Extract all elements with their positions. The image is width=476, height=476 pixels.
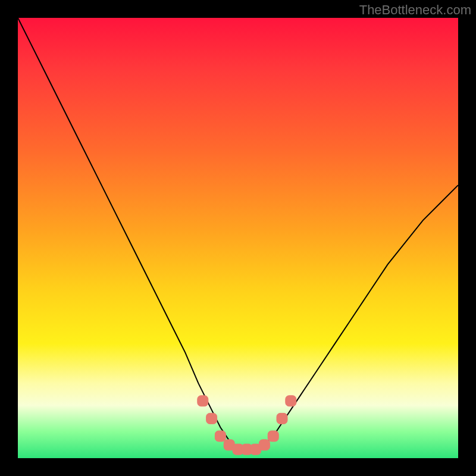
- valley-marker: [215, 431, 226, 441]
- curve-layer: [18, 18, 458, 458]
- valley-markers: [198, 396, 296, 455]
- valley-marker: [268, 431, 278, 441]
- watermark-text: TheBottleneck.com: [359, 2, 471, 18]
- valley-marker: [286, 396, 296, 406]
- plot-area: [18, 18, 458, 458]
- valley-marker: [277, 413, 287, 424]
- chart-frame: TheBottleneck.com: [0, 0, 476, 476]
- bottleneck-curve: [18, 18, 458, 449]
- valley-marker: [206, 413, 217, 424]
- valley-marker: [259, 440, 270, 450]
- valley-marker: [198, 396, 208, 406]
